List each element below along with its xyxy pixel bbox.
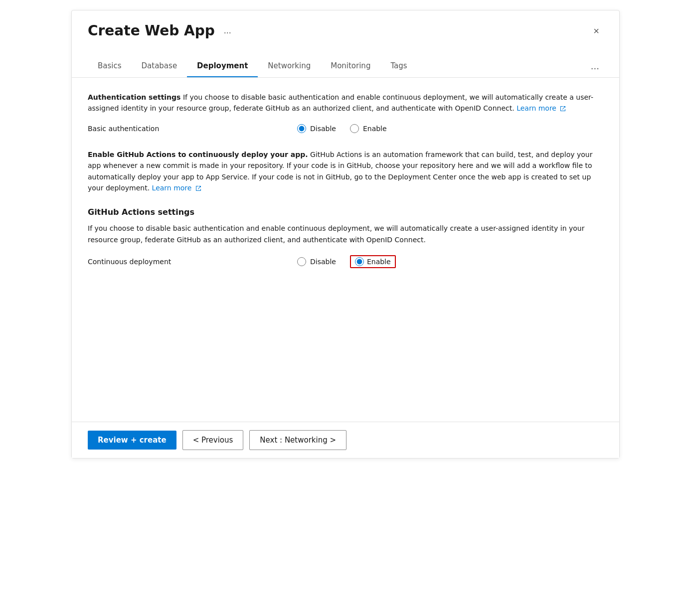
- dialog-footer: Review + create < Previous Next : Networ…: [72, 422, 619, 458]
- enable-highlight-box: Enable: [350, 255, 396, 268]
- previous-button[interactable]: < Previous: [182, 430, 244, 450]
- close-button[interactable]: ×: [589, 24, 603, 38]
- continuous-enable-radio[interactable]: [355, 257, 364, 266]
- title-ellipsis-button[interactable]: ...: [221, 23, 234, 38]
- github-actions-settings-title: GitHub Actions settings: [88, 207, 603, 217]
- basic-auth-disable-option[interactable]: Disable: [297, 124, 336, 133]
- github-learn-more-link[interactable]: Learn more: [152, 184, 192, 192]
- basic-auth-disable-radio[interactable]: [297, 124, 306, 133]
- review-create-button[interactable]: Review + create: [88, 431, 176, 450]
- continuous-disable-radio[interactable]: [297, 257, 306, 266]
- auth-description: Authentication settings If you choose to…: [88, 92, 603, 114]
- external-link-icon-2: [195, 185, 201, 191]
- basic-auth-row: Basic authentication Disable Enable: [88, 124, 603, 133]
- github-actions-description: If you choose to disable basic authentic…: [88, 223, 603, 245]
- dialog-body: Authentication settings If you choose to…: [72, 78, 619, 422]
- continuous-deployment-row: Continuous deployment Disable Enable: [88, 255, 603, 268]
- tabs-more-button[interactable]: ...: [587, 55, 603, 77]
- github-actions-section: Enable GitHub Actions to continuously de…: [88, 149, 603, 194]
- external-link-icon: [560, 106, 566, 112]
- continuous-disable-label: Disable: [310, 258, 336, 266]
- basic-auth-label: Basic authentication: [88, 125, 197, 133]
- github-description: Enable GitHub Actions to continuously de…: [88, 149, 603, 194]
- auth-learn-more-link[interactable]: Learn more: [517, 104, 556, 112]
- basic-auth-enable-label: Enable: [363, 125, 387, 133]
- tab-monitoring[interactable]: Monitoring: [321, 55, 380, 77]
- basic-auth-enable-option[interactable]: Enable: [350, 124, 387, 133]
- tab-networking[interactable]: Networking: [258, 55, 321, 77]
- auth-settings-section: Authentication settings If you choose to…: [88, 92, 603, 133]
- basic-auth-radio-group: Disable Enable: [297, 124, 387, 133]
- tabs-row: Basics Database Deployment Networking Mo…: [72, 55, 619, 78]
- tab-basics[interactable]: Basics: [88, 55, 132, 77]
- continuous-deployment-label: Continuous deployment: [88, 258, 197, 266]
- page-title: Create Web App: [88, 22, 215, 39]
- basic-auth-disable-label: Disable: [310, 125, 336, 133]
- basic-auth-enable-radio[interactable]: [350, 124, 359, 133]
- continuous-enable-option[interactable]: Enable: [350, 255, 396, 268]
- tab-database[interactable]: Database: [132, 55, 187, 77]
- github-actions-settings-section: GitHub Actions settings If you choose to…: [88, 207, 603, 268]
- auth-description-bold: Authentication settings: [88, 93, 180, 101]
- next-button[interactable]: Next : Networking >: [249, 430, 346, 450]
- continuous-enable-label: Enable: [367, 258, 391, 266]
- tab-tags[interactable]: Tags: [380, 55, 417, 77]
- continuous-disable-option[interactable]: Disable: [297, 257, 336, 266]
- tab-deployment[interactable]: Deployment: [187, 55, 258, 77]
- continuous-deployment-radio-group: Disable Enable: [297, 255, 396, 268]
- github-description-bold: Enable GitHub Actions to continuously de…: [88, 151, 308, 158]
